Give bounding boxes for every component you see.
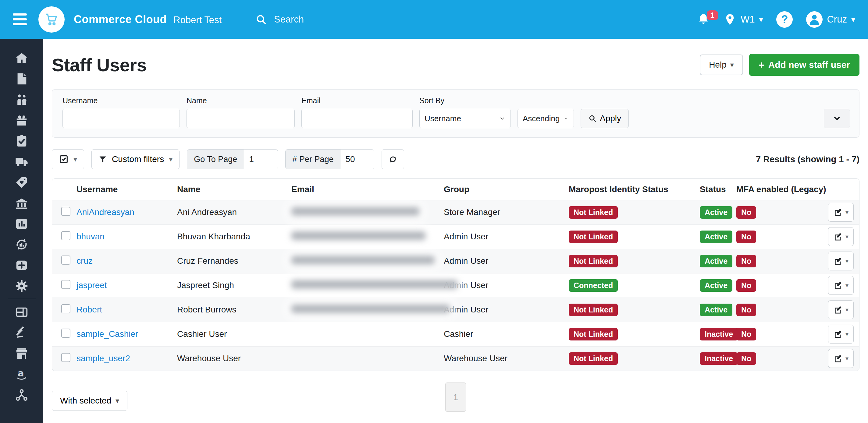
refresh-button[interactable] (381, 149, 404, 169)
commerce-cloud-logo[interactable] (38, 6, 65, 33)
chevron-down-icon: ▾ (169, 155, 173, 164)
name-cell: Ani Andreasyan (177, 200, 291, 224)
status-badge: Inactive (700, 352, 738, 365)
username-link[interactable]: bhuvan (76, 232, 104, 241)
chevron-down-icon: ▾ (845, 330, 848, 338)
group-cell: Cashier (444, 322, 569, 346)
amazon-icon: a (14, 367, 29, 381)
custom-filters-button[interactable]: Custom filters ▾ (91, 149, 180, 169)
chevron-down-icon (564, 115, 569, 122)
chevron-down-icon: ▾ (845, 306, 848, 313)
sidebar-item-home[interactable] (0, 48, 43, 68)
edit-user-button[interactable]: ▾ (828, 252, 854, 270)
avatar (806, 11, 823, 28)
user-menu[interactable]: Cruz ▾ (806, 11, 855, 28)
notifications-button[interactable]: 1 (697, 13, 710, 26)
row-checkbox[interactable] (61, 207, 70, 216)
sidebar-item-promotions[interactable] (0, 172, 43, 193)
app-root: Commerce Cloud Robert Test 1 (0, 0, 868, 423)
username-filter-input[interactable] (62, 109, 180, 128)
sidebar-item-finance[interactable] (0, 193, 43, 214)
location-selector[interactable]: W1 ▾ (723, 13, 763, 26)
sidebar-item-gifts[interactable] (0, 110, 43, 131)
row-checkbox[interactable] (61, 256, 70, 265)
top-navbar: Commerce Cloud Robert Test 1 (0, 0, 868, 39)
sidebar-item-add-new[interactable] (0, 255, 43, 275)
column-header: Maropost Identity Status (569, 179, 700, 200)
sidebar-item-tasks[interactable] (0, 131, 43, 151)
mfa-badge: No (736, 352, 756, 365)
go-to-page-input[interactable] (244, 150, 278, 169)
help-menu-button[interactable]: ? (776, 11, 793, 28)
tag-heart-icon (14, 175, 29, 189)
table-row: bhuvan Bhuvan Kharbanda Admin User Not L… (52, 224, 860, 249)
gift-icon (14, 113, 29, 127)
sync-chart-icon (14, 237, 29, 252)
username-link[interactable]: AniAndreasyan (76, 207, 134, 217)
username-link[interactable]: sample_user2 (76, 354, 130, 363)
sidebar-item-webstore[interactable] (0, 302, 43, 323)
row-checkbox[interactable] (61, 304, 70, 313)
with-selected-button[interactable]: With selected ▾ (52, 391, 127, 411)
chevron-down-icon: ▾ (851, 15, 855, 24)
row-checkbox[interactable] (61, 231, 70, 240)
chevron-down-icon (832, 114, 841, 123)
mfa-badge: No (736, 255, 756, 267)
collapse-filters-button[interactable] (824, 109, 850, 128)
sidebar-item-marketplace[interactable] (0, 343, 43, 364)
sort-by-label: Sort By (420, 96, 511, 105)
chevron-down-icon (499, 115, 506, 122)
email-filter-input[interactable] (302, 109, 413, 128)
card-layout-icon (14, 305, 29, 319)
mfa-badge: No (736, 231, 756, 243)
sidebar-item-pos[interactable] (0, 323, 43, 343)
truck-icon (14, 155, 29, 169)
edit-user-button[interactable]: ▾ (828, 300, 854, 319)
apply-filters-button[interactable]: Apply (581, 109, 629, 128)
row-checkbox[interactable] (61, 353, 70, 362)
edit-user-button[interactable]: ▾ (828, 227, 854, 246)
sidebar-item-integrations[interactable] (0, 385, 43, 405)
username-link[interactable]: cruz (76, 256, 93, 266)
svg-text:a: a (18, 368, 24, 379)
chevron-down-icon: ▾ (845, 233, 848, 240)
sidebar-item-data-sync[interactable] (0, 234, 43, 255)
storefront-icon (14, 347, 29, 361)
sidebar-item-settings[interactable] (0, 275, 43, 296)
row-checkbox[interactable] (61, 329, 70, 338)
add-new-staff-user-button[interactable]: + Add new staff user (749, 54, 860, 76)
sidebar-item-customers[interactable] (0, 89, 43, 110)
edit-user-button[interactable]: ▾ (828, 349, 854, 368)
pagination-page-1[interactable]: 1 (445, 383, 466, 412)
sidebar-item-reports[interactable] (0, 214, 43, 234)
sidebar-item-amazon[interactable]: a (0, 364, 43, 385)
chevron-down-icon: ▾ (845, 282, 848, 289)
sort-direction-select[interactable]: Ascending (518, 109, 574, 128)
row-checkbox[interactable] (61, 280, 70, 289)
sidebar-item-shipping[interactable] (0, 151, 43, 172)
help-dropdown-button[interactable]: Help ▾ (700, 55, 743, 75)
table-toolbar: ▾ Custom filters ▾ Go To Page # Per Page… (52, 149, 860, 169)
edit-user-button[interactable]: ▾ (828, 276, 854, 295)
menu-toggle-button[interactable] (13, 13, 27, 25)
sidebar-item-documents[interactable] (0, 68, 43, 89)
username-link[interactable]: sample_Cashier (76, 329, 138, 339)
pencil-square-icon (833, 208, 842, 217)
column-header: Status (700, 179, 736, 200)
edit-user-button[interactable]: ▾ (828, 325, 854, 344)
edit-user-button[interactable]: ▾ (828, 203, 854, 222)
username-link[interactable]: jaspreet (76, 281, 107, 290)
username-link[interactable]: Robert (76, 305, 102, 314)
search-input[interactable] (274, 14, 445, 25)
identity-status-badge: Not Linked (569, 206, 618, 219)
select-all-dropdown-button[interactable]: ▾ (52, 149, 84, 169)
brand-name: Commerce Cloud (74, 13, 167, 26)
email-cell (291, 346, 444, 370)
per-page-input[interactable] (340, 150, 374, 169)
mfa-badge: No (736, 279, 756, 292)
sort-field-select[interactable]: Username (420, 109, 511, 128)
name-filter-input[interactable] (187, 109, 295, 128)
chevron-down-icon: ▾ (73, 155, 77, 164)
pencil-square-icon (833, 329, 842, 339)
per-page-label: # Per Page (286, 150, 340, 169)
